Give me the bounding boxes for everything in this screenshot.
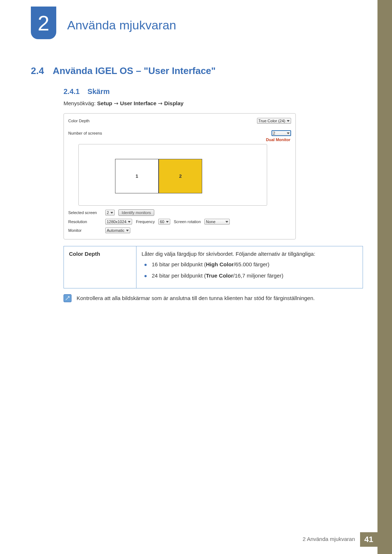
frequency-select[interactable]: 60 (158, 219, 170, 225)
frequency-label: Frequency (136, 219, 155, 224)
bullet-bold: True Color (206, 272, 233, 279)
table-row: Color Depth Låter dig välja färgdjup för… (64, 246, 363, 288)
subsection-heading: 2.4.1 Skärm (64, 87, 359, 96)
arrow-icon: → (158, 100, 164, 107)
menu-path: Menysökväg: Setup → User Interface → Dis… (64, 100, 359, 107)
chapter-number: 2 (38, 11, 49, 35)
color-depth-row: Color Depth True Color (24) (68, 118, 291, 124)
bullet-pre: 16 bitar per bildpunkt ( (152, 261, 206, 267)
bullet-post: /65.000 färger) (234, 261, 269, 267)
identify-monitors-button[interactable]: Identify monitors (118, 209, 154, 216)
subsection-number: 2.4.1 (64, 87, 79, 95)
feature-table: Color Depth Låter dig välja färgdjup för… (64, 246, 363, 288)
num-screens-value: 2 (273, 131, 275, 135)
feature-desc-cell: Låter dig välja färgdjup för skrivbordet… (136, 246, 363, 288)
bullet-pre: 24 bitar per bildpunkt ( (152, 272, 206, 279)
chevron-down-icon (287, 120, 290, 122)
arrow-icon: → (114, 100, 120, 107)
feature-desc-intro: Låter dig välja färgdjup för skrivbordet… (142, 251, 358, 257)
frequency-value: 60 (160, 219, 164, 224)
note-text: Kontrollera att alla bildskärmar som är … (77, 294, 315, 301)
section-title: Använda IGEL OS – "User Interface" (53, 65, 216, 77)
monitor-1[interactable]: 1 (115, 159, 159, 193)
panel-outer: Color Depth True Color (24) Number of sc… (64, 113, 296, 239)
content: 2.4 Använda IGEL OS – "User Interface" 2… (31, 65, 359, 302)
menu-path-part-2: Display (164, 100, 183, 106)
chevron-down-icon (225, 221, 228, 223)
note-icon (64, 294, 72, 302)
chevron-down-icon (128, 221, 131, 223)
footer-text: 2 Använda mjukvaran (303, 532, 360, 547)
rotation-value: None (206, 219, 215, 224)
chevron-down-icon (166, 221, 169, 223)
resolution-label: Resolution (68, 219, 102, 224)
side-strip (377, 0, 392, 554)
monitor-layout-canvas[interactable]: 1 2 (78, 144, 267, 206)
selected-screen-value: 2 (107, 210, 109, 215)
color-depth-select[interactable]: True Color (24) (257, 118, 291, 124)
monitor-label: Monitor (68, 228, 102, 233)
subsection-title: Skärm (87, 87, 110, 95)
chevron-down-icon (287, 132, 290, 134)
rotation-label: Screen rotation (174, 219, 201, 224)
color-depth-label: Color Depth (68, 119, 90, 123)
num-screens-select[interactable]: 2 (271, 130, 291, 136)
bullet-post: /16,7 miljoner färger) (233, 272, 283, 279)
section-heading: 2.4 Använda IGEL OS – "User Interface" (31, 65, 359, 77)
list-item: 16 bitar per bildpunkt (High Color/65.00… (142, 261, 358, 267)
feature-bullets: 16 bitar per bildpunkt (High Color/65.00… (142, 261, 358, 279)
num-screens-row: Number of screens 2 (68, 130, 291, 136)
menu-path-part-1: User Interface (120, 100, 156, 106)
selected-screen-select[interactable]: 2 (105, 210, 115, 216)
num-screens-label: Number of screens (68, 131, 102, 135)
resolution-select[interactable]: 1280x1024 (105, 219, 132, 225)
selected-screen-label: Selected screen (68, 210, 102, 215)
color-depth-value: True Color (24) (258, 119, 285, 123)
panel-controls: Selected screen 2 Identify monitors Reso… (68, 209, 291, 233)
section-number: 2.4 (31, 65, 44, 77)
page-number: 41 (360, 532, 377, 547)
feature-key: Color Depth (64, 246, 136, 288)
rotation-select[interactable]: None (204, 219, 230, 225)
dual-monitor-badge: Dual Monitor (68, 138, 290, 142)
chapter-tab: 2 (31, 7, 56, 39)
chevron-down-icon (110, 212, 113, 214)
list-item: 24 bitar per bildpunkt (True Color/16,7 … (142, 272, 358, 279)
menu-path-prefix: Menysökväg: (64, 100, 97, 106)
monitor-select[interactable]: Automatic (105, 227, 130, 233)
page-footer: 2 Använda mjukvaran 41 (303, 532, 377, 547)
note-row: Kontrollera att alla bildskärmar som är … (64, 294, 359, 302)
monitor-value: Automatic (107, 228, 124, 233)
chapter-title: Använda mjukvaran (67, 18, 176, 32)
monitor-2[interactable]: 2 (159, 159, 202, 193)
chevron-down-icon (126, 230, 129, 231)
menu-path-part-0: Setup (97, 100, 113, 106)
monitor-1-label: 1 (135, 173, 138, 179)
monitor-2-label: 2 (179, 173, 181, 179)
resolution-value: 1280x1024 (107, 219, 126, 224)
bullet-bold: High Color (206, 261, 234, 267)
identify-monitors-label: Identify monitors (122, 210, 151, 215)
display-settings-panel: Color Depth True Color (24) Number of sc… (64, 113, 359, 239)
